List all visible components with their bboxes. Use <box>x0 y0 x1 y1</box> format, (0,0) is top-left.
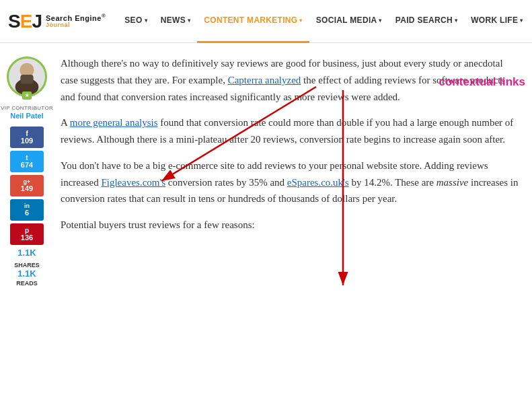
general-analysis-link[interactable]: more general analysis <box>70 117 158 128</box>
espares-link[interactable]: eSpares.co.uk's <box>287 177 349 188</box>
facebook-count: 109 <box>21 137 33 145</box>
navbar: SEJ Search Engine® Journal SEO ▾ NEWS ▾ … <box>0 0 532 43</box>
paragraph-2: A more general analysis found that conve… <box>61 114 519 148</box>
nav-links: SEO ▾ NEWS ▾ CONTENT MARKETING ▾ SOCIAL … <box>118 0 529 43</box>
nav-label-seo: SEO <box>124 15 142 25</box>
facebook-share-button[interactable]: f 109 <box>10 127 44 148</box>
emphasis-massive: massive <box>436 177 469 188</box>
vip-badge: ★ <box>22 92 32 100</box>
linkedin-share-button[interactable]: in 6 <box>10 199 44 221</box>
nav-item-social-media[interactable]: SOCIAL MEDIA ▾ <box>309 0 389 43</box>
contributor-type-label: VIP CONTRIBUTOR <box>1 105 53 112</box>
capterra-link[interactable]: Capterra analyzed <box>228 75 301 85</box>
author-avatar-wrap: ★ <box>7 57 47 97</box>
nav-item-content-marketing[interactable]: CONTENT MARKETING ▾ <box>197 0 309 43</box>
logo-text-block: Search Engine® Journal <box>46 13 106 29</box>
site-logo[interactable]: SEJ Search Engine® Journal <box>8 12 106 31</box>
logo-j: J <box>32 11 42 32</box>
chevron-down-icon: ▾ <box>299 17 302 24</box>
star-icon: ★ <box>25 93 29 98</box>
nav-label-social-media: SOCIAL MEDIA <box>316 15 377 25</box>
total-shares-count: 1.1K <box>17 248 36 258</box>
paragraph-3: You don't have to be a big e-commerce si… <box>61 157 519 207</box>
avatar-silhouette <box>9 57 45 95</box>
nav-item-news[interactable]: NEWS ▾ <box>154 0 198 43</box>
logo-s: S <box>8 11 20 32</box>
chevron-down-icon: ▾ <box>379 17 381 24</box>
chevron-down-icon: ▾ <box>520 17 523 24</box>
linkedin-count: 6 <box>25 209 29 217</box>
avatar <box>7 57 47 97</box>
googleplus-count: 149 <box>21 185 33 192</box>
twitter-count: 674 <box>21 161 33 169</box>
nav-label-news: NEWS <box>161 15 186 25</box>
nav-item-seo[interactable]: SEO ▾ <box>118 0 154 43</box>
paragraph-1: Although there's no way to definitively … <box>61 55 519 105</box>
nav-label-paid-search: PAID SEARCH <box>395 15 453 25</box>
logo-line2: Journal <box>46 22 106 29</box>
googleplus-share-button[interactable]: g+ 149 <box>10 175 44 196</box>
pinterest-share-button[interactable]: p 136 <box>10 223 44 245</box>
nav-item-paid-search[interactable]: PAID SEARCH ▾ <box>389 0 464 43</box>
paragraph-4: Potential buyers trust reviews for a few… <box>61 217 519 234</box>
nav-label-work-life: WORK LIFE <box>471 15 518 25</box>
reads-label: READS <box>16 280 38 287</box>
total-reads-count: 1.1K <box>17 268 36 279</box>
chevron-down-icon: ▾ <box>188 17 190 24</box>
sidebar: ★ VIP CONTRIBUTOR Neil Patel f 109 t 674… <box>0 50 54 287</box>
logo-line1: Search Engine® <box>46 13 106 22</box>
logo-reg: ® <box>102 13 106 19</box>
figleaves-link[interactable]: Figleaves.com's <box>101 177 165 188</box>
article-content: Although there's no way to definitively … <box>54 50 532 287</box>
logo-e: E <box>20 11 32 32</box>
svg-rect-2 <box>20 75 33 84</box>
author-name[interactable]: Neil Patel <box>10 112 44 120</box>
pinterest-count: 136 <box>21 234 33 242</box>
chevron-down-icon: ▾ <box>455 17 457 24</box>
shares-label: SHARES <box>14 262 40 268</box>
nav-item-work-life[interactable]: WORK LIFE ▾ <box>464 0 529 43</box>
logo-letters: SEJ <box>8 12 42 31</box>
main-container: ★ VIP CONTRIBUTOR Neil Patel f 109 t 674… <box>0 43 532 293</box>
chevron-down-icon: ▾ <box>145 17 147 24</box>
nav-label-content-marketing: CONTENT MARKETING <box>204 15 297 25</box>
twitter-share-button[interactable]: t 674 <box>10 151 44 172</box>
